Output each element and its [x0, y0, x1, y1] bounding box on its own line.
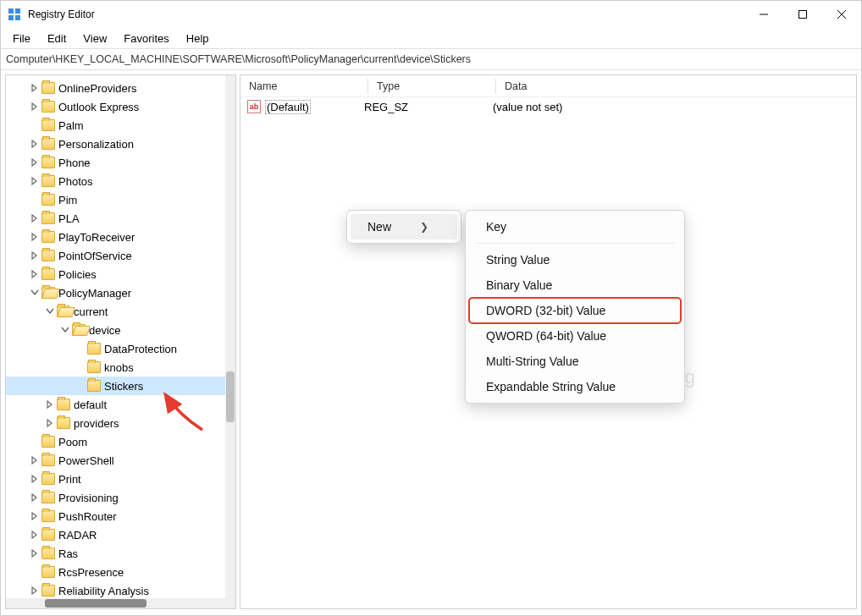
tree-item-label: device — [89, 324, 121, 337]
context-item-qword-value[interactable]: QWORD (64-bit) Value — [469, 323, 681, 349]
folder-open-icon — [41, 287, 55, 299]
tree-hscrollbar-thumb[interactable] — [45, 599, 146, 608]
tree-item[interactable]: RADAR — [6, 525, 235, 544]
value-row[interactable]: ab (Default) REG_SZ (value not set) — [240, 97, 856, 116]
expand-toggle-icon[interactable] — [30, 475, 40, 483]
expand-toggle-icon[interactable] — [30, 512, 40, 520]
address-path: Computer\HKEY_LOCAL_MACHINE\SOFTWARE\Mic… — [6, 53, 471, 65]
tree-item[interactable]: Outlook Express — [6, 97, 235, 116]
folder-closed-icon — [41, 194, 55, 206]
menubar: File Edit View Favorites Help — [1, 28, 861, 48]
tree-item-label: Photos — [58, 175, 92, 188]
tree-item-label: OnlineProviders — [58, 82, 137, 95]
tree-item[interactable]: current — [6, 302, 235, 321]
column-header-name[interactable]: Name — [240, 80, 367, 92]
expand-toggle-icon[interactable] — [45, 419, 55, 427]
expand-toggle-icon[interactable] — [30, 493, 40, 502]
tree-item-label: Provisioning — [58, 492, 119, 504]
folder-closed-icon — [41, 510, 55, 522]
close-button[interactable] — [822, 1, 861, 27]
context-item-new[interactable]: New ❯ — [351, 214, 457, 239]
address-bar[interactable]: Computer\HKEY_LOCAL_MACHINE\SOFTWARE\Mic… — [1, 48, 861, 70]
tree-item[interactable]: knobs — [6, 358, 235, 377]
context-item-key[interactable]: Key — [469, 214, 681, 239]
tree-item[interactable]: Print — [6, 470, 235, 488]
context-menu-primary: New ❯ — [346, 210, 461, 244]
expand-toggle-icon[interactable] — [45, 400, 55, 409]
collapse-toggle-icon[interactable] — [60, 327, 70, 333]
registry-tree[interactable]: OnlineProvidersOutlook ExpressPalmPerson… — [6, 79, 235, 600]
expand-toggle-icon[interactable] — [30, 586, 40, 595]
folder-closed-icon — [41, 454, 55, 466]
tree-vertical-scrollbar[interactable] — [225, 75, 235, 598]
tree-item[interactable]: Reliability Analysis — [6, 581, 235, 600]
context-item-binary-value[interactable]: Binary Value — [469, 272, 681, 298]
tree-item[interactable]: OnlineProviders — [6, 79, 235, 97]
tree-item[interactable]: PLA — [6, 209, 235, 228]
tree-item-label: knobs — [104, 361, 134, 374]
tree-item[interactable]: Palm — [6, 116, 235, 135]
folder-closed-icon — [87, 361, 101, 373]
tree-horizontal-scrollbar[interactable] — [6, 598, 225, 608]
svg-rect-5 — [799, 10, 807, 18]
tree-item[interactable]: Personalization — [6, 135, 235, 153]
scroll-corner — [225, 598, 235, 608]
tree-item[interactable]: Ras — [6, 544, 235, 563]
tree-item[interactable]: PowerShell — [6, 451, 235, 470]
tree-item[interactable]: PointOfService — [6, 246, 235, 265]
collapse-toggle-icon[interactable] — [30, 289, 40, 296]
expand-toggle-icon[interactable] — [30, 102, 40, 111]
folder-open-icon — [72, 324, 86, 336]
expand-toggle-icon[interactable] — [30, 270, 40, 278]
expand-toggle-icon[interactable] — [30, 233, 40, 241]
menu-view[interactable]: View — [75, 30, 115, 47]
tree-item[interactable]: DataProtection — [6, 339, 235, 358]
context-item-string-value[interactable]: String Value — [469, 247, 681, 272]
expand-toggle-icon[interactable] — [30, 531, 40, 539]
tree-item[interactable]: Stickers — [6, 377, 235, 395]
menu-help[interactable]: Help — [178, 30, 218, 47]
tree-item[interactable]: RcsPresence — [6, 563, 235, 581]
folder-closed-icon — [41, 119, 55, 131]
column-header-data[interactable]: Data — [496, 80, 856, 92]
tree-item[interactable]: providers — [6, 414, 235, 432]
tree-scrollbar-thumb[interactable] — [226, 371, 235, 422]
menu-favorites[interactable]: Favorites — [115, 30, 177, 47]
folder-closed-icon — [41, 585, 55, 597]
folder-closed-icon — [41, 212, 55, 224]
context-item-dword-value[interactable]: DWORD (32-bit) Value — [469, 298, 681, 323]
maximize-button[interactable] — [783, 1, 822, 27]
tree-item-label: Phone — [58, 157, 91, 169]
expand-toggle-icon[interactable] — [30, 158, 40, 167]
tree-item[interactable]: Photos — [6, 172, 235, 190]
context-item-multi-string-value[interactable]: Multi-String Value — [469, 349, 681, 374]
menu-file[interactable]: File — [4, 30, 39, 47]
tree-item[interactable]: Provisioning — [6, 488, 235, 507]
tree-item[interactable]: Phone — [6, 153, 235, 172]
minimize-button[interactable] — [744, 1, 783, 27]
folder-closed-icon — [41, 473, 55, 485]
tree-item[interactable]: PlayToReceiver — [6, 228, 235, 246]
collapse-toggle-icon[interactable] — [45, 308, 55, 315]
expand-toggle-icon[interactable] — [30, 456, 40, 465]
list-header: Name Type Data — [240, 75, 856, 97]
expand-toggle-icon[interactable] — [30, 214, 40, 223]
expand-toggle-icon[interactable] — [30, 177, 40, 185]
expand-toggle-icon[interactable] — [30, 84, 40, 92]
context-item-expandable-string-value[interactable]: Expandable String Value — [469, 374, 681, 399]
tree-item-label: Ras — [58, 547, 78, 560]
expand-toggle-icon[interactable] — [30, 251, 40, 260]
tree-item[interactable]: Policies — [6, 265, 235, 283]
expand-toggle-icon[interactable] — [30, 140, 40, 148]
tree-item[interactable]: PushRouter — [6, 507, 235, 525]
tree-item[interactable]: Poom — [6, 432, 235, 451]
tree-item-label: Policies — [58, 268, 97, 281]
tree-item[interactable]: device — [6, 321, 235, 339]
context-item-label: QWORD (64-bit) Value — [486, 329, 606, 343]
tree-item[interactable]: PolicyManager — [6, 283, 235, 302]
menu-edit[interactable]: Edit — [39, 30, 75, 47]
column-header-type[interactable]: Type — [368, 80, 495, 92]
expand-toggle-icon[interactable] — [30, 549, 40, 558]
tree-item[interactable]: Pim — [6, 190, 235, 209]
tree-item[interactable]: default — [6, 395, 235, 414]
